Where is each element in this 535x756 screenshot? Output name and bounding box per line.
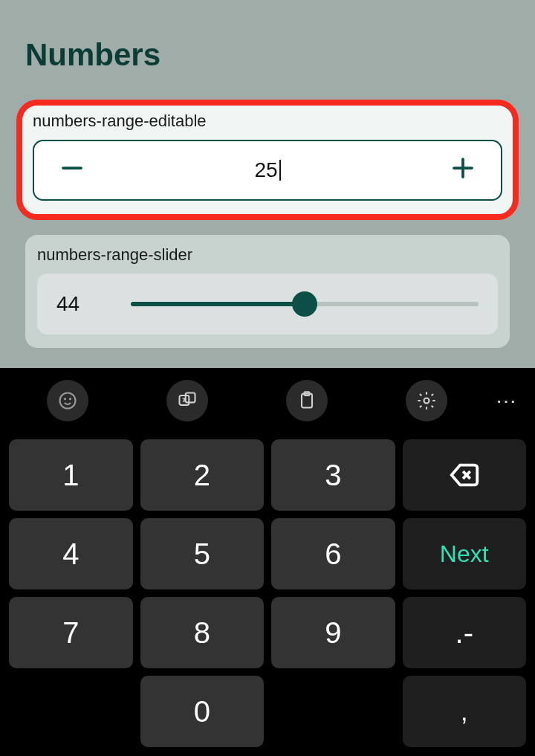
slider-track[interactable] (131, 302, 479, 306)
numbers-range-editable[interactable]: 25 (33, 140, 502, 201)
svg-point-10 (424, 398, 429, 404)
settings-button[interactable] (406, 380, 447, 421)
key-comma[interactable]: , (403, 676, 527, 747)
key-4[interactable]: 4 (9, 518, 133, 589)
key-5[interactable]: 5 (140, 518, 265, 589)
svg-rect-7 (185, 393, 195, 403)
minus-icon (59, 155, 85, 181)
stepper-value-text: 25 (254, 158, 277, 182)
field-label-slider: numbers-range-slider (37, 245, 498, 265)
page-title: Numbers (25, 37, 160, 73)
key-6[interactable]: 6 (271, 518, 395, 589)
key-spacer-right (271, 676, 395, 747)
field-label-editable: numbers-range-editable (33, 112, 502, 131)
keyboard-more-button[interactable]: ⋯ (486, 389, 528, 413)
key-0[interactable]: 0 (140, 676, 265, 747)
key-next[interactable]: Next (403, 518, 527, 589)
backspace-icon (447, 458, 482, 492)
decrement-button[interactable] (54, 155, 91, 186)
increment-button[interactable] (444, 155, 482, 186)
svg-point-5 (69, 398, 70, 399)
numbers-range-editable-card: numbers-range-editable 25 (16, 100, 519, 220)
svg-point-4 (64, 398, 65, 399)
slider-container: 44 (37, 274, 498, 335)
slider-value: 44 (56, 292, 131, 316)
stepper-value[interactable]: 25 (254, 158, 280, 182)
text-caret (279, 160, 281, 181)
clipboard-button[interactable] (286, 380, 328, 421)
translate-icon (177, 390, 198, 411)
key-backspace[interactable] (403, 439, 527, 511)
key-7[interactable]: 7 (9, 597, 133, 668)
key-1[interactable]: 1 (9, 439, 133, 511)
translate-button[interactable] (166, 380, 208, 421)
slider-fill (131, 302, 305, 306)
key-dot-dash[interactable]: .- (403, 597, 527, 668)
keyboard-keypad: 1 2 3 4 5 6 Next 7 8 9 .- 0 , (0, 433, 535, 756)
clipboard-icon (296, 390, 317, 411)
emoji-icon (57, 390, 78, 411)
key-8[interactable]: 8 (140, 597, 265, 668)
emoji-button[interactable] (47, 380, 88, 421)
keyboard-toolbar: ⋯ (0, 368, 535, 433)
svg-point-3 (59, 393, 75, 409)
plus-icon (450, 155, 476, 181)
numbers-range-slider-card: numbers-range-slider 44 (25, 235, 510, 348)
key-spacer-left (9, 676, 133, 747)
content-area: Numbers numbers-range-editable 25 number… (0, 0, 535, 368)
key-2[interactable]: 2 (140, 439, 265, 511)
slider-thumb[interactable] (292, 291, 317, 317)
gear-icon (416, 390, 437, 411)
key-9[interactable]: 9 (271, 597, 395, 668)
soft-keyboard: ⋯ 1 2 3 4 5 6 Next 7 8 9 .- 0 , (0, 368, 535, 756)
key-3[interactable]: 3 (271, 439, 395, 511)
